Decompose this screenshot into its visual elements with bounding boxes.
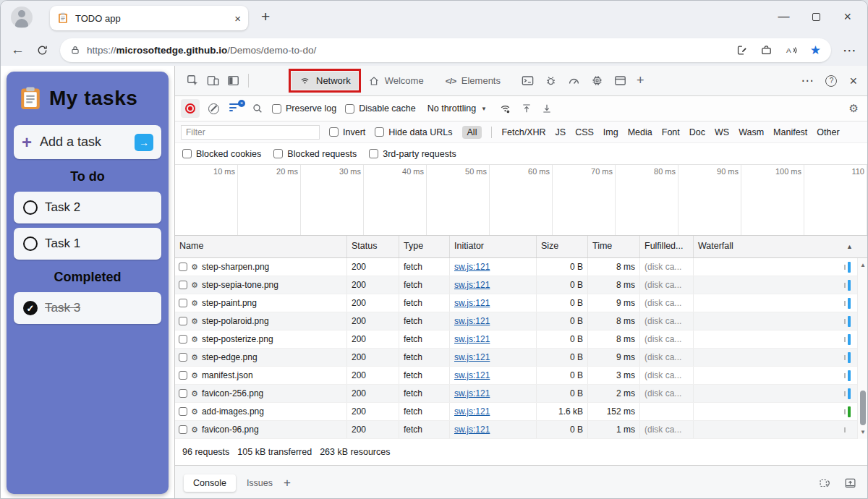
debugger-bug-icon[interactable] <box>544 74 558 88</box>
collections-briefcase-icon[interactable] <box>760 44 773 56</box>
initiator-link[interactable]: sw.js:121 <box>454 280 490 290</box>
network-settings-gear-icon[interactable]: ⚙ <box>849 102 859 115</box>
table-row[interactable]: ⚙step-sharpen.png200fetchsw.js:1210 B8 m… <box>175 258 867 276</box>
add-task-submit-button[interactable]: → <box>135 134 153 151</box>
initiator-link[interactable]: sw.js:121 <box>454 370 490 380</box>
devtools-close-icon[interactable]: × <box>849 74 857 88</box>
help-icon[interactable]: ? <box>825 75 837 87</box>
filter-type-media[interactable]: Media <box>628 127 652 137</box>
more-tabs-icon[interactable]: + <box>637 73 644 88</box>
throttling-dropdown[interactable]: No throttling▼ <box>425 103 490 114</box>
tab-welcome[interactable]: Welcome <box>361 72 431 90</box>
table-row[interactable]: ⚙step-polaroid.png200fetchsw.js:1210 B8 … <box>175 312 867 330</box>
favorite-star-icon[interactable]: ★ <box>810 43 821 58</box>
table-row[interactable]: ⚙add-images.png200fetchsw.js:1211.6 kB15… <box>175 403 867 421</box>
column-header-status[interactable]: Status <box>347 236 399 257</box>
row-checkbox[interactable] <box>179 425 187 434</box>
filter-icon[interactable]: × <box>229 103 242 114</box>
add-task-field[interactable]: + Add a task → <box>14 125 161 159</box>
row-checkbox[interactable] <box>179 335 187 344</box>
table-scrollbar[interactable]: ▲ ▼ <box>857 258 867 439</box>
export-har-icon[interactable] <box>541 103 553 114</box>
row-checkbox[interactable] <box>179 317 187 325</box>
table-row[interactable]: ⚙step-edge.png200fetchsw.js:1210 B9 ms(d… <box>175 349 867 367</box>
initiator-link[interactable]: sw.js:121 <box>454 316 490 326</box>
filter-type-img[interactable]: Img <box>603 127 618 137</box>
refresh-icon[interactable] <box>36 44 48 56</box>
browser-menu-icon[interactable]: ⋯ <box>843 42 857 59</box>
filter-input[interactable] <box>181 125 320 140</box>
clear-network-log-icon[interactable] <box>208 103 219 114</box>
filter-type-fetch-xhr[interactable]: Fetch/XHR <box>501 127 545 137</box>
scroll-down-icon[interactable]: ▼ <box>858 429 867 435</box>
initiator-link[interactable]: sw.js:121 <box>454 262 490 272</box>
filter-type-js[interactable]: JS <box>556 127 566 137</box>
network-conditions-icon[interactable] <box>498 103 512 115</box>
task-unchecked-icon[interactable] <box>23 236 38 251</box>
column-header-initiator[interactable]: Initiator <box>450 236 537 257</box>
filter-type-ws[interactable]: WS <box>715 127 729 137</box>
console-panel-icon[interactable] <box>521 74 535 88</box>
row-checkbox[interactable] <box>179 353 187 362</box>
maximize-icon[interactable] <box>812 13 820 21</box>
table-row[interactable]: ⚙manifest.json200fetchsw.js:1210 B3 ms(d… <box>175 367 867 385</box>
initiator-link[interactable]: sw.js:121 <box>454 352 490 362</box>
blocked-requests-checkbox[interactable]: Blocked requests <box>273 149 357 159</box>
3rd-party-requests-checkbox[interactable]: 3rd-party requests <box>369 149 456 159</box>
drawer-tab-console[interactable]: Console <box>184 474 236 492</box>
browser-tab[interactable]: TODO app × <box>50 6 248 30</box>
filter-type-doc[interactable]: Doc <box>689 127 705 137</box>
initiator-link[interactable]: sw.js:121 <box>454 334 490 344</box>
table-row[interactable]: ⚙step-posterize.png200fetchsw.js:1210 B8… <box>175 330 867 349</box>
edit-page-icon[interactable] <box>736 44 748 56</box>
row-checkbox[interactable] <box>179 389 187 398</box>
table-row[interactable]: ⚙favicon-256.png200fetchsw.js:1210 B2 ms… <box>175 385 867 403</box>
column-header-name[interactable]: Name <box>175 236 347 257</box>
dock-side-icon[interactable] <box>223 72 243 90</box>
preserve-log-checkbox[interactable]: Preserve log <box>272 103 336 114</box>
table-row[interactable]: ⚙favicon-96.png200fetchsw.js:1210 B1 ms(… <box>175 421 867 439</box>
task-item[interactable]: Task 2 <box>14 192 161 223</box>
table-row[interactable]: ⚙step-paint.png200fetchsw.js:1210 B9 ms(… <box>175 294 867 312</box>
tab-network[interactable]: Network <box>292 72 358 90</box>
hide-data-urls-checkbox[interactable]: Hide data URLs <box>375 127 452 137</box>
filter-type-other[interactable]: Other <box>817 127 839 137</box>
sort-ascending-icon[interactable]: ▲ <box>846 236 853 257</box>
drawer-tab-issues[interactable]: Issues <box>247 478 273 488</box>
new-tab-button[interactable]: + <box>261 8 270 25</box>
row-checkbox[interactable] <box>179 371 187 380</box>
tab-close-icon[interactable]: × <box>234 13 241 24</box>
column-header-fulfilled-[interactable]: Fulfilled... <box>640 236 694 257</box>
column-header-size[interactable]: Size <box>537 236 588 257</box>
row-checkbox[interactable] <box>179 407 187 416</box>
drawer-more-tools-icon[interactable]: + <box>284 476 291 490</box>
column-header-type[interactable]: Type <box>399 236 450 257</box>
column-header-time[interactable]: Time <box>588 236 640 257</box>
memory-chip-icon[interactable] <box>590 74 604 88</box>
filter-type-all[interactable]: All <box>462 126 482 139</box>
filter-type-wasm[interactable]: Wasm <box>739 127 764 137</box>
task-item[interactable]: Task 1 <box>14 228 161 260</box>
disable-cache-checkbox[interactable]: Disable cache <box>345 103 416 114</box>
expand-quick-view-icon[interactable] <box>843 477 857 490</box>
initiator-link[interactable]: sw.js:121 <box>454 298 490 308</box>
task-checked-icon[interactable]: ✓ <box>23 301 38 315</box>
row-checkbox[interactable] <box>179 263 187 271</box>
scroll-up-icon[interactable]: ▲ <box>858 262 867 268</box>
tab-elements[interactable]: </> Elements <box>438 72 508 90</box>
filter-type-font[interactable]: Font <box>662 127 680 137</box>
minimize-icon[interactable]: — <box>778 10 789 23</box>
url-field[interactable]: https://microsoftedge.github.io/Demos/de… <box>60 38 831 62</box>
scrollbar-thumb[interactable] <box>860 391 866 425</box>
column-header-waterfall[interactable]: Waterfall▲ <box>694 236 867 257</box>
row-checkbox[interactable] <box>179 281 187 289</box>
initiator-link[interactable]: sw.js:121 <box>454 406 490 417</box>
back-icon[interactable]: ← <box>11 42 25 58</box>
filter-type-css[interactable]: CSS <box>575 127 594 137</box>
clear-activity-icon[interactable] <box>818 477 832 490</box>
window-close-icon[interactable]: × <box>843 11 851 22</box>
import-har-icon[interactable] <box>521 103 532 114</box>
row-checkbox[interactable] <box>179 299 187 307</box>
devtools-menu-icon[interactable]: ⋯ <box>801 73 813 88</box>
read-aloud-icon[interactable]: A <box>785 44 798 56</box>
